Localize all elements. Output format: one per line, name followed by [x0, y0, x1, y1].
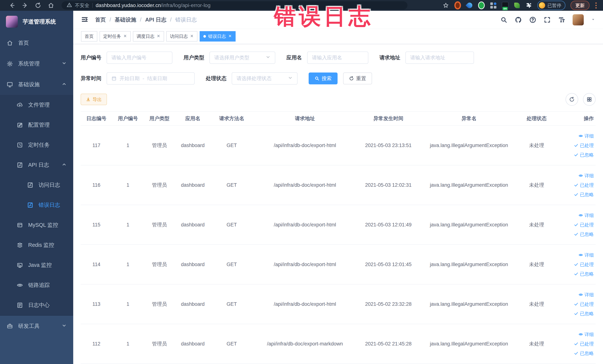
address-bar[interactable]: 不安全 dashboard.yudao.iocoder.cn/infra/log… [61, 1, 407, 10]
breadcrumb-infra[interactable]: 基础设施 [115, 16, 136, 23]
column-settings-button[interactable] [583, 93, 596, 106]
user-type-select[interactable]: 请选择用户类型 [209, 52, 275, 64]
mark-processed-link[interactable]: 已处理 [574, 182, 594, 188]
reset-button[interactable]: 重置 [343, 72, 372, 84]
sidebar-item-redis-monitor[interactable]: Redis 监控 [0, 235, 73, 255]
mark-ignored-link[interactable]: 已忽略 [574, 271, 594, 277]
extension-orange-icon[interactable] [454, 2, 461, 9]
avatar-caret-icon[interactable] [591, 17, 595, 22]
extensions-puzzle-icon[interactable] [525, 2, 532, 9]
filter-app-name: 应用名 [286, 52, 368, 64]
detail-link[interactable]: 详细 [579, 292, 594, 298]
sidebar-item-system[interactable]: 系统管理 [0, 53, 73, 74]
tag-access-log[interactable]: 访问日志 [166, 31, 197, 42]
sidebar-item-java-monitor[interactable]: Java 监控 [0, 255, 73, 275]
sidebar-item-config-mgmt[interactable]: 配置管理 [0, 115, 73, 135]
page-url[interactable]: dashboard.yudao.iocoder.cn/infra/log/api… [96, 2, 210, 8]
browser-update-button[interactable]: 更新 [570, 1, 590, 10]
extension-leaf-icon[interactable] [514, 2, 520, 9]
breadcrumb-api-log[interactable]: API 日志 [145, 16, 166, 23]
app-name-input[interactable] [307, 52, 368, 64]
processed-label: 已处理 [580, 261, 594, 268]
table-row: 112 1 管理员 dashboard GET /api/infra/db-do… [81, 324, 596, 364]
detail-link[interactable]: 详细 [579, 212, 594, 218]
col-header-actions: 操作 [555, 115, 596, 122]
browser-back-icon[interactable] [6, 2, 19, 9]
sidebar-item-label: Java 监控 [28, 261, 52, 269]
extension-grid-icon[interactable] [490, 2, 497, 9]
mark-ignored-link[interactable]: 已忽略 [574, 311, 594, 317]
tag-close-icon[interactable] [228, 34, 232, 39]
help-icon[interactable] [529, 16, 536, 23]
user-id-input[interactable] [107, 52, 172, 64]
fullscreen-icon[interactable] [544, 16, 551, 23]
eye-icon [579, 134, 583, 138]
browser-home-icon[interactable] [45, 2, 58, 9]
browser-profile-chip[interactable]: 已暂停 [537, 1, 565, 10]
extension-blue-icon[interactable] [466, 2, 473, 9]
cell-url: /api/infra/db-doc/export-html [253, 301, 357, 307]
tag-close-icon[interactable] [190, 34, 194, 39]
font-size-icon[interactable] [558, 16, 565, 23]
mark-ignored-link[interactable]: 已忽略 [574, 152, 594, 158]
filter-row-1: 用户编号 用户类型 请选择用户类型 应用名 [81, 52, 596, 64]
search-icon[interactable] [500, 16, 507, 23]
detail-link[interactable]: 详细 [579, 252, 594, 258]
browser-menu-icon[interactable] [595, 2, 597, 9]
mark-processed-link[interactable]: 已处理 [574, 222, 594, 228]
browser-reload-icon[interactable] [32, 2, 45, 9]
tag-error-log[interactable]: 错误日志 [200, 31, 236, 42]
sidebar-item-devtools[interactable]: 研发工具 [0, 316, 73, 337]
tag-home[interactable]: 首页 [81, 31, 97, 42]
tag-cron-job[interactable]: 定时任务 [100, 31, 131, 42]
table-row: 113 1 管理员 dashboard GET /api/infra/db-do… [81, 284, 596, 324]
mark-processed-link[interactable]: 已处理 [574, 261, 594, 268]
sidebar-item-access-log[interactable]: 访问日志 [0, 175, 73, 195]
github-icon[interactable] [515, 16, 522, 23]
log-center-icon [17, 302, 23, 308]
sidebar-item-error-log[interactable]: 错误日志 [0, 195, 73, 215]
detail-label: 详细 [584, 292, 594, 298]
process-status-select[interactable]: 请选择处理状态 [232, 72, 298, 84]
sidebar-item-home[interactable]: 首页 [0, 33, 73, 53]
sidebar-item-mysql-monitor[interactable]: MySQL 监控 [0, 215, 73, 235]
detail-link[interactable]: 详细 [579, 173, 594, 179]
tag-label: 错误日志 [208, 33, 226, 39]
cell-exception: java.lang.IllegalArgumentException [420, 262, 518, 267]
date-range-picker[interactable]: 开始日期 - 结束日期 [107, 72, 195, 84]
export-button[interactable]: 导出 [81, 94, 107, 105]
sidebar-logo[interactable]: 芋道管理系统 [0, 11, 73, 33]
tag-close-icon[interactable] [157, 34, 160, 39]
request-url-input[interactable] [406, 52, 474, 64]
filter-label: 用户编号 [81, 54, 101, 61]
detail-link[interactable]: 详细 [579, 331, 594, 338]
mark-ignored-link[interactable]: 已忽略 [574, 231, 594, 237]
bookmark-star-icon[interactable] [442, 2, 449, 9]
sidebar-item-file-mgmt[interactable]: 文件管理 [0, 95, 73, 115]
detail-link[interactable]: 详细 [579, 133, 594, 139]
tag-close-icon[interactable] [123, 34, 127, 39]
sidebar-collapse-icon[interactable] [81, 16, 88, 24]
refresh-table-button[interactable] [566, 93, 578, 106]
tag-schedule-log[interactable]: 调度日志 [133, 31, 164, 42]
mark-processed-link[interactable]: 已处理 [574, 341, 594, 347]
security-label[interactable]: 不安全 [75, 2, 89, 9]
sidebar-item-api-log[interactable]: API 日志 [0, 155, 73, 175]
extension-dark-icon[interactable]: on [502, 2, 509, 9]
mark-ignored-link[interactable]: 已忽略 [574, 350, 594, 356]
user-avatar[interactable] [573, 14, 584, 25]
search-button[interactable]: 搜索 [309, 72, 337, 84]
sidebar-item-trace[interactable]: 链路追踪 [0, 275, 73, 295]
sidebar-item-label: 研发工具 [18, 322, 40, 330]
mark-processed-link[interactable]: 已处理 [574, 142, 594, 149]
sidebar-item-cron-job[interactable]: 定时任务 [0, 135, 73, 155]
browser-forward-icon[interactable] [19, 2, 32, 9]
mark-processed-link[interactable]: 已处理 [574, 301, 594, 307]
sidebar-item-log-center[interactable]: 日志中心 [0, 295, 73, 315]
sidebar-item-infra[interactable]: 基础设施 [0, 74, 73, 95]
sidebar-item-label: 首页 [18, 39, 29, 47]
breadcrumb-home[interactable]: 首页 [95, 16, 106, 23]
extension-green-icon[interactable] [478, 2, 485, 9]
mark-ignored-link[interactable]: 已忽略 [574, 192, 594, 198]
cloud-upload-icon [17, 102, 23, 108]
